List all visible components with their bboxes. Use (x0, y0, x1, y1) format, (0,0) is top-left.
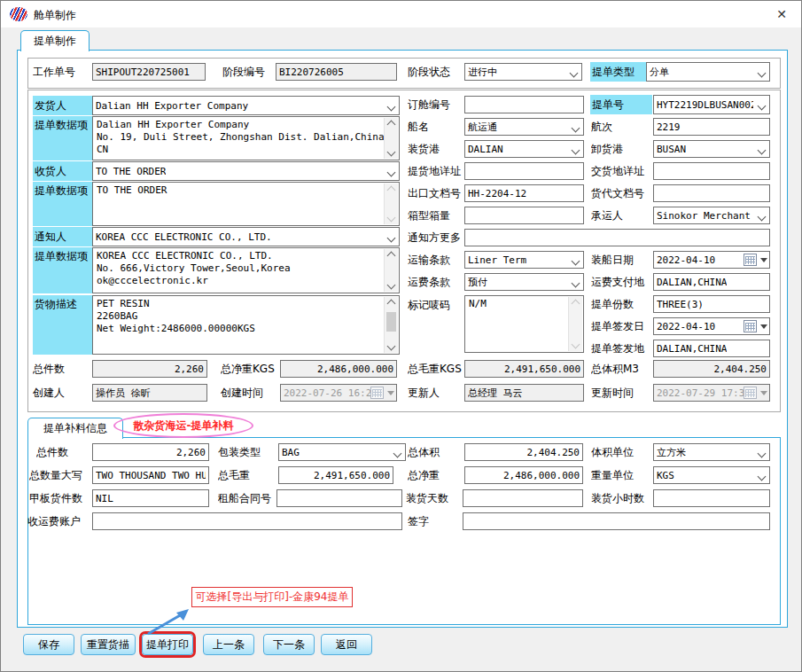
ship-date-picker[interactable]: 2022-04-10 (653, 251, 770, 269)
transport-terms-select[interactable]: Liner Term (464, 251, 584, 269)
tab-bill-creation[interactable]: 提单制作 (20, 30, 90, 51)
sup-freight-account-input[interactable] (92, 512, 402, 530)
freight-payable-input[interactable]: DALIAN,CHINA (653, 273, 770, 291)
sup-qty-words-input[interactable]: TWO THOUSAND TWO HUNDR (92, 466, 209, 484)
voyage-label: 航次 (591, 118, 651, 136)
issue-place-label: 提单签发地 (591, 340, 651, 357)
sup-pkg-type-select[interactable]: BAG (278, 443, 406, 461)
cargo-desc-label: 货物描述 (33, 295, 92, 355)
stage-no-field: BI220726005 (276, 63, 397, 81)
calendar-icon (744, 387, 757, 399)
scroll-down-icon[interactable] (387, 281, 396, 290)
notify-more-input[interactable] (464, 229, 770, 246)
sup-volume-unit-select[interactable]: 立方米 (653, 443, 770, 461)
vessel-select[interactable]: 航运通 (464, 118, 584, 136)
prev-record-button[interactable]: 上一条 (203, 634, 254, 655)
sup-net-weight-label: 总净重 (408, 466, 452, 484)
sup-volume-unit-label: 体积单位 (591, 443, 644, 461)
scroll-down-icon[interactable] (572, 340, 580, 349)
issue-date-picker[interactable]: 2022-04-10 (653, 317, 770, 335)
creator-field: 操作员 徐昕 (92, 384, 207, 402)
carrier-select[interactable]: Sinokor Merchant Ma (653, 207, 770, 224)
shipper-select[interactable]: Dalian HH Exporter Company (92, 96, 400, 115)
sup-weight-unit-select[interactable]: KGS (653, 466, 770, 484)
load-port-select[interactable]: DALIAN (464, 140, 584, 158)
chevron-down-icon (572, 279, 580, 288)
sup-total-pkgs-input[interactable]: 2,260 (92, 443, 209, 461)
chevron-down-icon (758, 146, 767, 155)
dropdown-arrow-icon (760, 258, 767, 266)
scrollbar[interactable] (384, 249, 398, 292)
print-annotation-box: 可选择[导出与打印]-金康94提单 (191, 587, 353, 607)
voyage-input[interactable]: 2219 (653, 118, 770, 136)
update-time-picker[interactable]: 2022-07-29 17:34 (653, 384, 770, 402)
issue-place-input[interactable]: DALIAN,CHINA (653, 340, 770, 357)
delivery-addr-input[interactable] (653, 162, 770, 180)
calendar-icon (370, 387, 384, 399)
notify-select[interactable]: KOREA CCC ELECTRONIC CO., LTD. (92, 227, 400, 246)
pickup-addr-input[interactable] (464, 162, 584, 180)
carrier-label: 承运人 (591, 207, 651, 224)
scroll-down-icon[interactable] (387, 342, 396, 351)
sup-load-hours-input[interactable] (653, 489, 770, 507)
consignee-data-textarea[interactable]: TO THE ORDER (92, 182, 400, 226)
scroll-up-icon[interactable] (572, 300, 580, 309)
bl-type-select[interactable]: 分单 (646, 62, 770, 82)
save-button[interactable]: 保存 (23, 634, 74, 655)
scroll-down-icon[interactable] (387, 214, 396, 223)
chevron-down-icon (758, 102, 767, 111)
close-button[interactable]: ✕ (771, 4, 792, 24)
scroll-up-icon[interactable] (387, 300, 396, 309)
bl-no-select[interactable]: HYT2219DLBUSAN002 (653, 95, 770, 114)
scrollbar[interactable] (384, 184, 398, 224)
sup-gross-weight-input[interactable]: 2,491,650.000 (278, 466, 393, 484)
dialog-window: 舱单制作 ✕ 提单制作 工作单号 SHIPOUT220725001 阶段编号 B… (0, 0, 802, 672)
net-weight-field: 2,486,000.000 (280, 360, 397, 378)
sup-load-days-input[interactable] (463, 489, 583, 507)
scrollbar[interactable] (568, 297, 582, 351)
bl-copies-input[interactable]: THREE(3) (653, 295, 770, 313)
sup-gross-weight-label: 总毛重 (218, 466, 262, 484)
booking-no-input[interactable] (464, 96, 584, 113)
chevron-down-icon (572, 146, 580, 155)
bl-type-label: 提单类型 (590, 62, 646, 82)
back-button[interactable]: 返回 (321, 634, 372, 655)
sup-net-weight-input[interactable]: 2,486,000.000 (464, 466, 583, 484)
scroll-up-icon[interactable] (387, 186, 396, 195)
updater-field: 总经理 马云 (464, 384, 584, 402)
scroll-down-icon[interactable] (387, 148, 396, 157)
tab-bl-supplement[interactable]: 提单补料信息 (27, 418, 123, 439)
scroll-up-icon[interactable] (387, 252, 396, 261)
scroll-up-icon[interactable] (387, 121, 396, 129)
notify-data-textarea[interactable]: KOREA CCC ELECTRONIC CO., LTD. No. 666,V… (92, 247, 400, 293)
reset-cargo-desc-button[interactable]: 重置货描 (81, 634, 136, 655)
create-time-label: 创建时间 (221, 384, 276, 402)
marks-textarea[interactable]: N/M (464, 295, 584, 353)
scrollbar[interactable] (384, 118, 398, 159)
scrollbar-thumb[interactable] (386, 312, 396, 332)
sup-deck-cargo-label: 甲板货件数 (29, 489, 91, 507)
sup-signature-input[interactable] (463, 512, 770, 530)
discharge-port-select[interactable]: BUSAN (653, 140, 770, 158)
consignee-select[interactable]: TO THE ORDER (92, 161, 400, 181)
forwarder-doc-input[interactable] (653, 184, 770, 202)
sup-deck-cargo-input[interactable]: NIL (92, 489, 209, 507)
sup-charter-no-input[interactable] (276, 489, 402, 507)
cargo-desc-textarea[interactable]: PET RESIN 2260BAG Net Weight:2486000.000… (92, 295, 400, 355)
update-time-label: 更新时间 (591, 384, 651, 402)
tab-annotation-text: 散杂货海运-提单补料 (134, 418, 234, 434)
consignee-data-label: 提单数据项 (33, 182, 92, 226)
next-record-button[interactable]: 下一条 (263, 634, 315, 655)
issue-date-label: 提单签发日 (591, 317, 651, 335)
freight-terms-select[interactable]: 预付 (464, 273, 584, 291)
export-doc-input[interactable]: HH-2204-12 (464, 184, 584, 202)
delivery-addr-label: 交货地详址 (591, 162, 651, 180)
sup-total-volume-input[interactable]: 2,404.250 (464, 443, 583, 461)
container-input[interactable] (464, 207, 584, 224)
scrollbar[interactable] (384, 297, 398, 353)
create-time-picker[interactable]: 2022-07-26 16:28 (280, 384, 397, 402)
shipper-data-textarea[interactable]: Dalian HH Exporter Company No. 19, Duli … (92, 116, 400, 160)
stage-status-select[interactable]: 进行中 (464, 63, 582, 81)
sup-pkg-type-label: 包装类型 (218, 443, 271, 461)
chevron-down-icon (387, 103, 396, 112)
